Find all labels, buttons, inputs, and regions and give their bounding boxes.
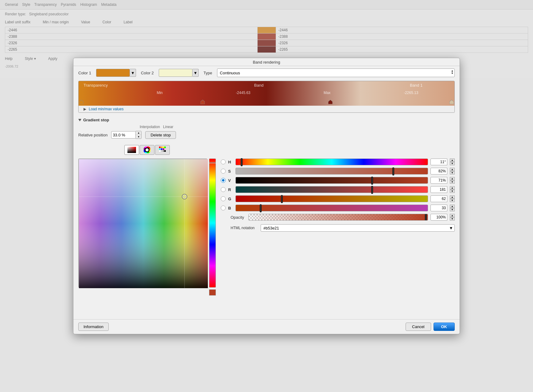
h-slider-row: H 11° ▲ ▼ bbox=[221, 159, 455, 165]
s-down[interactable]: ▼ bbox=[450, 171, 455, 174]
color2-dropdown[interactable]: ▼ bbox=[193, 69, 199, 77]
opacity-thumb[interactable] bbox=[425, 214, 427, 221]
tab-square[interactable] bbox=[124, 145, 139, 155]
v-down[interactable]: ▼ bbox=[450, 180, 455, 184]
g-stepper: ▲ ▼ bbox=[450, 195, 455, 202]
band-rendering-header: Band rendering bbox=[73, 58, 460, 66]
r-stepper: ▲ ▼ bbox=[450, 186, 455, 193]
html-notation-label: HTML notation bbox=[231, 226, 258, 230]
h-up[interactable]: ▲ bbox=[450, 159, 455, 162]
r-radio[interactable] bbox=[221, 187, 226, 192]
s-slider[interactable] bbox=[235, 168, 428, 174]
min-value: -2445.63 bbox=[236, 91, 250, 95]
picker-canvas[interactable] bbox=[78, 159, 207, 288]
interpolation-row: Interpolation Linear bbox=[78, 125, 455, 129]
information-button[interactable]: Information bbox=[78, 323, 109, 331]
svg-rect-23 bbox=[79, 159, 208, 288]
v-value[interactable]: 71% bbox=[430, 177, 447, 184]
h-value[interactable]: 11° bbox=[430, 159, 447, 165]
color2-swatch[interactable] bbox=[159, 69, 193, 77]
s-thumb[interactable] bbox=[392, 167, 394, 175]
opacity-label: Opacity bbox=[231, 215, 246, 220]
opacity-down[interactable]: ▼ bbox=[450, 217, 455, 221]
position-label: Relative position bbox=[78, 133, 107, 137]
interpolation-value: Linear bbox=[163, 125, 173, 129]
svg-rect-19 bbox=[163, 150, 164, 152]
tab-palette[interactable] bbox=[155, 145, 170, 155]
tab-wheel[interactable] bbox=[140, 145, 154, 155]
r-slider[interactable] bbox=[235, 186, 428, 193]
color-picker-dialog: Band rendering Color 1 ▼ Color 2 ▼ Type … bbox=[73, 58, 460, 334]
position-down[interactable]: ▼ bbox=[136, 135, 141, 139]
band-rendering-title: Band rendering bbox=[253, 60, 280, 65]
b-down[interactable]: ▼ bbox=[450, 208, 455, 211]
g-value[interactable]: 62 bbox=[430, 195, 447, 202]
g-thumb[interactable] bbox=[281, 195, 283, 203]
r-up[interactable]: ▲ bbox=[450, 186, 455, 190]
opacity-value[interactable]: 100% bbox=[430, 214, 447, 221]
html-input[interactable] bbox=[261, 224, 455, 232]
v-radio[interactable] bbox=[221, 178, 226, 183]
g-up[interactable]: ▲ bbox=[450, 195, 455, 199]
position-input-wrapper: ▲ ▼ bbox=[111, 131, 142, 139]
v-slider[interactable] bbox=[235, 177, 428, 184]
handle-right[interactable] bbox=[449, 100, 454, 105]
stop-controls: Relative position ▲ ▼ Delete stop bbox=[78, 131, 455, 139]
opacity-slider[interactable] bbox=[248, 214, 428, 221]
handle-mid2[interactable] bbox=[328, 100, 333, 105]
v-thumb[interactable] bbox=[371, 177, 373, 185]
collapse-triangle[interactable] bbox=[78, 119, 81, 121]
b-radio[interactable] bbox=[221, 206, 226, 210]
v-slider-row: V 71% ▲ ▼ bbox=[221, 177, 455, 184]
b-slider[interactable] bbox=[235, 205, 428, 211]
g-down[interactable]: ▼ bbox=[450, 199, 455, 202]
svg-marker-2 bbox=[328, 100, 333, 104]
color1-label: Color 1 bbox=[78, 71, 91, 75]
vertical-hue-bar[interactable] bbox=[209, 159, 216, 288]
handle-left[interactable] bbox=[79, 100, 84, 105]
s-value[interactable]: 82% bbox=[430, 168, 447, 174]
html-dropdown[interactable]: ▼ bbox=[448, 225, 454, 231]
g-slider[interactable] bbox=[235, 195, 428, 202]
h-slider[interactable] bbox=[235, 159, 428, 165]
h-thumb[interactable] bbox=[241, 158, 243, 166]
b-value[interactable]: 33 bbox=[430, 205, 447, 211]
b-thumb[interactable] bbox=[260, 204, 262, 212]
right-buttons: Cancel OK bbox=[406, 323, 455, 331]
b-up[interactable]: ▲ bbox=[450, 205, 455, 208]
handle-mid1[interactable] bbox=[200, 100, 205, 105]
color-picker-left bbox=[78, 145, 216, 296]
h-down[interactable]: ▼ bbox=[450, 162, 455, 165]
bottom-bar: Information Cancel OK bbox=[73, 319, 460, 334]
r-down[interactable]: ▼ bbox=[450, 190, 455, 193]
svg-rect-17 bbox=[159, 150, 161, 152]
h-stepper: ▲ ▼ bbox=[450, 159, 455, 165]
s-up[interactable]: ▲ bbox=[450, 168, 455, 171]
v-stepper: ▲ ▼ bbox=[450, 177, 455, 184]
position-input[interactable] bbox=[111, 131, 136, 139]
position-up[interactable]: ▲ bbox=[136, 131, 141, 135]
gradient-stop-section: Gradient stop Interpolation Linear Relat… bbox=[78, 118, 455, 143]
load-minmax-btn[interactable]: Load min/max values bbox=[89, 107, 123, 111]
svg-point-8 bbox=[146, 148, 149, 151]
r-thumb[interactable] bbox=[371, 186, 373, 194]
r-label: R bbox=[228, 187, 233, 192]
h-radio[interactable] bbox=[221, 159, 226, 164]
svg-rect-9 bbox=[159, 147, 161, 148]
g-label: G bbox=[228, 197, 233, 201]
g-radio[interactable] bbox=[221, 196, 226, 201]
r-value[interactable]: 181 bbox=[430, 186, 447, 193]
opacity-up[interactable]: ▲ bbox=[450, 214, 455, 217]
color1-swatch[interactable] bbox=[96, 69, 130, 77]
gradient-handles bbox=[79, 100, 454, 105]
delete-stop-button[interactable]: Delete stop bbox=[145, 131, 176, 139]
color1-dropdown[interactable]: ▼ bbox=[130, 69, 136, 77]
v-up[interactable]: ▲ bbox=[450, 177, 455, 180]
svg-rect-12 bbox=[164, 147, 166, 148]
band-col-label: Band bbox=[254, 83, 263, 88]
ok-button[interactable]: OK bbox=[434, 323, 455, 331]
hue-thumb[interactable] bbox=[209, 162, 216, 163]
cancel-button[interactable]: Cancel bbox=[406, 323, 431, 331]
s-radio[interactable] bbox=[221, 169, 226, 174]
type-select[interactable]: Continuous Discrete Exact bbox=[217, 69, 455, 77]
